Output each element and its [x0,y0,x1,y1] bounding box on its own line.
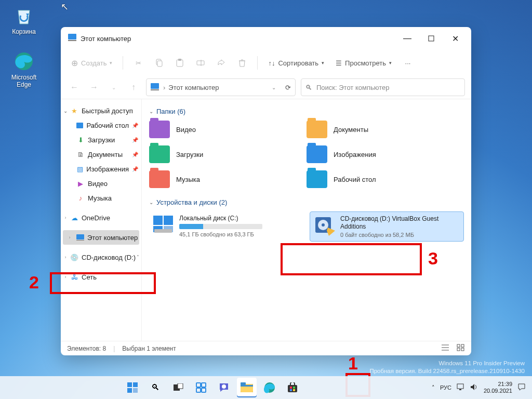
nav-cd-drive[interactable]: ›💿CD-дисковод (D:) V [61,250,141,264]
svg-rect-5 [157,61,162,66]
tiles-view-button[interactable] [457,344,465,353]
tray-language[interactable]: РУС [440,384,451,391]
paste-button[interactable] [171,54,189,72]
widgets-button[interactable] [191,378,211,397]
nav-downloads[interactable]: ⬇Загрузки📌 [61,132,141,147]
folder-Загрузки[interactable]: Загрузки [149,145,307,163]
svg-rect-30 [133,388,138,393]
folder-Видео[interactable]: Видео [149,121,307,138]
disc-icon [313,215,335,237]
drive-cd-d[interactable]: CD-дисковод (D:) VirtualBox Guest Additi… [310,211,464,242]
start-button[interactable] [123,378,142,397]
sort-button[interactable]: ↑↓Сортировать▾ [264,54,328,72]
maximize-button[interactable] [419,30,443,47]
folder-icon [307,170,327,188]
svg-rect-29 [127,388,132,393]
svg-rect-10 [151,83,159,89]
folders-header[interactable]: ⌄Папки (6) [149,108,464,115]
annotation-3: 3 [428,248,438,269]
folder-Рабочий стол[interactable]: Рабочий стол [307,170,464,188]
up-button[interactable]: ↑ [126,80,141,95]
minimize-button[interactable]: — [395,30,419,47]
tray-chevron-icon[interactable]: ˄ [432,384,435,391]
recent-button[interactable]: ⌄ [107,80,121,95]
nav-onedrive[interactable]: ›☁OneDrive [61,210,141,225]
drive-icon [152,215,174,235]
desktop-icon-label: Microsoft Edge [5,74,43,88]
svg-rect-41 [241,385,253,387]
folder-icon [307,145,327,163]
rename-button[interactable] [192,54,209,72]
desktop-icon-label: Корзина [5,28,43,35]
volume-icon[interactable] [470,383,478,392]
tray-clock[interactable]: 21:39 20.09.2021 [484,381,512,394]
taskbar: 🔍︎ ˄ РУС 21:39 20.09.2021 [0,376,532,399]
drive-label: Локальный диск (C:) [179,215,300,222]
music-icon: ♪ [76,194,85,202]
back-button[interactable]: ← [67,80,82,95]
nav-this-pc[interactable]: ›Этот компьютер [63,230,139,245]
svg-rect-40 [241,382,246,385]
status-count: Элементов: 8 [67,345,106,352]
svg-rect-43 [288,385,297,392]
address-bar[interactable]: › Этот компьютер ⌄ ⟳ [146,78,296,96]
delete-button[interactable] [233,54,251,72]
drive-free: 0 байт свободно из 58,2 МБ [340,232,460,238]
cut-button[interactable]: ✂ [129,54,147,72]
paste-icon [176,59,183,67]
nav-quick-access[interactable]: ⌄★Быстрый доступ [61,103,141,118]
chevron-down-icon[interactable]: ⌄ [272,85,276,90]
copy-button[interactable] [150,54,168,72]
edge-button[interactable] [260,378,280,397]
nav-music[interactable]: ♪Музыка [61,191,141,205]
search-placeholder: Поиск: Этот компьютер [316,84,389,91]
svg-rect-18 [154,229,172,233]
desktop-icon-recycle-bin[interactable]: Корзина [5,5,43,35]
titlebar[interactable]: Этот компьютер — ✕ [61,27,471,50]
this-pc-icon [68,34,76,43]
svg-rect-7 [178,59,181,61]
search-input[interactable]: 🔍︎ Поиск: Этот компьютер [301,78,465,96]
nav-pane: ⌄★Быстрый доступ Рабочий стол📌 ⬇Загрузки… [61,99,142,341]
nav-desktop[interactable]: Рабочий стол📌 [61,118,141,132]
search-button[interactable]: 🔍︎ [145,378,165,397]
view-button[interactable]: ☰Просмотреть▾ [331,54,396,72]
svg-rect-26 [461,348,464,351]
nav-documents[interactable]: 🗎Документы📌 [61,147,141,162]
svg-rect-8 [197,61,204,65]
create-button[interactable]: ⊕Создать▾ [67,54,116,72]
nav-pictures[interactable]: ▧Изображения📌 [61,162,141,176]
folder-Документы[interactable]: Документы [307,121,464,138]
task-view-button[interactable] [168,378,188,397]
store-button[interactable] [283,378,302,397]
folder-Изображения[interactable]: Изображения [307,145,464,163]
close-button[interactable]: ✕ [443,30,467,47]
share-button[interactable] [212,54,230,72]
view-icon: ☰ [336,59,342,67]
folder-icon [307,121,327,138]
forward-button[interactable]: → [87,80,101,95]
drive-free: 45,1 ГБ свободно из 63,3 ГБ [179,231,300,237]
windows-watermark: Windows 11 Pro Insider Preview Пробная в… [369,360,525,375]
folder-icon [149,145,170,163]
folder-label: Музыка [176,176,200,183]
folder-label: Изображения [334,151,376,158]
system-tray: ˄ РУС 21:39 20.09.2021 [425,381,532,394]
notifications-icon[interactable] [517,383,526,392]
file-explorer-window: Этот компьютер — ✕ ⊕Создать▾ ✂ ↑↓Сортиро… [61,27,471,355]
refresh-button[interactable]: ⟳ [285,84,291,91]
folder-Музыка[interactable]: Музыка [149,170,307,188]
svg-rect-1 [68,34,76,39]
network-icon[interactable] [457,383,465,392]
drives-header[interactable]: ⌄Устройства и диски (2) [149,198,464,206]
details-view-button[interactable] [441,344,449,353]
chat-button[interactable] [214,378,234,397]
file-explorer-button[interactable] [237,378,257,397]
pin-icon: 📌 [132,152,138,157]
drive-local-c[interactable]: Локальный диск (C:) 45,1 ГБ свободно из … [149,211,303,242]
status-selected: Выбран 1 элемент [122,345,176,352]
cut-icon: ✂ [136,59,141,67]
nav-videos[interactable]: ▶Видео [61,176,141,191]
desktop-icon-edge[interactable]: Microsoft Edge [5,51,43,88]
more-button[interactable]: ··· [399,54,417,72]
